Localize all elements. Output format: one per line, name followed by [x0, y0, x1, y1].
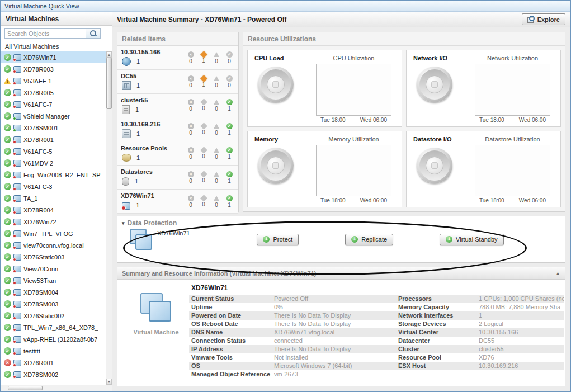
power-state-dot: [13, 140, 16, 144]
vm-list-item[interactable]: TA_1: [1, 192, 106, 204]
window-titlebar: Virtual Machine Quick View: [1, 1, 570, 12]
alarm-summary: ×0 0 0 ✓1: [185, 123, 235, 136]
vm-list-item[interactable]: XD78SM002: [1, 369, 106, 380]
summary-row: Uptime 0% Memory Capacity 788.0 MB: 7,88…: [189, 303, 564, 311]
vm-name: XD76Win72: [23, 219, 56, 225]
explore-button[interactable]: Explore: [522, 13, 565, 25]
ok-status-icon: [4, 277, 11, 284]
related-item-row[interactable]: DC55 1 ×0 1 0 ✓0: [117, 70, 238, 94]
related-item-row[interactable]: Datastores 1 ×0 0 0 ✓1: [117, 166, 238, 190]
gauge-dial[interactable]: [417, 67, 452, 102]
power-state-dot: [13, 164, 16, 167]
gauge-center-icon: [432, 82, 438, 88]
warning-count: 0: [215, 58, 218, 64]
vm-icon: [13, 172, 21, 178]
magnifier-icon: [89, 30, 97, 37]
vm-list-item[interactable]: V61AFC-7: [1, 98, 106, 110]
critical-alarm-icon: [200, 147, 207, 154]
vm-list-item[interactable]: XD76Static002: [1, 310, 106, 322]
vm-icon-column: Virtual Machine: [123, 283, 189, 386]
related-item-name: DC55: [121, 73, 185, 79]
vm-list-item[interactable]: XD76Static003: [1, 251, 106, 263]
replicate-button[interactable]: + Replicate: [345, 234, 393, 245]
vm-icon: [13, 207, 21, 214]
scrollbar-track[interactable]: [106, 58, 112, 379]
fatal-alarm-icon: ×: [188, 171, 194, 177]
vm-icon: [13, 54, 21, 61]
data-protection-header[interactable]: ▾ Data Protection: [122, 219, 560, 227]
vertical-scrollbar[interactable]: ▲ ▼: [106, 51, 112, 385]
field-label: Storage Devices: [396, 320, 479, 328]
vm-name: XD78R005: [23, 89, 54, 96]
chart-plot-area: [316, 145, 391, 197]
related-item-row[interactable]: Resource Pools 1 ×0 0 0 ✓1: [117, 141, 238, 166]
vm-list-item[interactable]: XD78R001: [1, 134, 106, 145]
vm-name: XD78R003: [23, 66, 54, 73]
vm-list-item[interactable]: XD76Win71: [1, 51, 106, 63]
vm-list-item[interactable]: Win7_TPL_VFOG: [1, 228, 106, 239]
gauge-dial[interactable]: [258, 67, 294, 102]
collapse-caret-icon: ▾: [122, 220, 125, 226]
vm-list-item[interactable]: V61AFC-3: [1, 181, 106, 192]
vm-list-item[interactable]: XD76R001: [1, 357, 106, 369]
vm-list-item[interactable]: View70Conn: [1, 263, 106, 275]
normal-count: 0: [228, 58, 231, 64]
gauge-dial[interactable]: [258, 148, 294, 183]
vm-icon: [13, 160, 21, 167]
horizontal-scrollbar-thumb[interactable]: [8, 386, 43, 390]
ok-status-icon: [4, 183, 11, 190]
vm-list-item[interactable]: XD76Win72: [1, 216, 106, 228]
related-item-name: Resource Pools: [121, 145, 185, 152]
related-item-row[interactable]: 10.30.169.216 1 ×0 0 0 ✓1: [117, 117, 238, 141]
vm-list-item[interactable]: vShield Manager: [1, 110, 106, 122]
power-state-dot: [13, 328, 16, 332]
related-item-row[interactable]: 10.30.155.166 1 ×0 1 0 ✓0: [117, 46, 238, 70]
vm-list-item[interactable]: TPL_Win7_x86_64_XD78_: [1, 322, 106, 333]
virtual-standby-button[interactable]: + Virtual Standby: [440, 234, 503, 245]
search-input[interactable]: [4, 28, 86, 39]
vm-name: V61AFC-7: [23, 101, 52, 108]
scrollbar-thumb[interactable]: [106, 58, 112, 109]
vm-list-item[interactable]: XD78R003: [1, 63, 106, 75]
related-item-row[interactable]: cluster55 1 ×0 0 0 ✓1: [117, 94, 238, 118]
vm-list-item[interactable]: XD78SM003: [1, 298, 106, 310]
scroll-up-arrow-icon[interactable]: ▲: [106, 51, 112, 58]
critical-count: 0: [202, 105, 205, 111]
collapse-arrow-icon[interactable]: ▲: [555, 271, 560, 276]
critical-alarm-icon: [200, 75, 207, 82]
vm-list-item[interactable]: Fog_Win2008_R2_ENT_SP: [1, 169, 106, 181]
vm-list-item[interactable]: V61AFC-5: [1, 145, 106, 157]
vm-icon: [13, 371, 21, 378]
vm-list-item[interactable]: View53Tran: [1, 275, 106, 286]
vm-list-item[interactable]: testtttt: [1, 345, 106, 357]
vm-list-item[interactable]: view70conn.vfog.local: [1, 239, 106, 251]
vm-list-item[interactable]: XD78R005: [1, 87, 106, 98]
related-item-row[interactable]: XD76Win71 1 ×0 0 0 ✓1: [117, 190, 238, 214]
scroll-down-arrow-icon[interactable]: ▼: [106, 379, 112, 385]
vm-list-item[interactable]: XD78R004: [1, 204, 106, 216]
fatal-count: 0: [189, 178, 192, 184]
vm-name: TA_1: [23, 195, 37, 202]
vm-name: V61MDV-2: [23, 160, 53, 167]
vm-list-item[interactable]: V61MDV-2: [1, 157, 106, 169]
chart-title: Datastore Utilization: [468, 136, 557, 143]
power-state-dot: [13, 211, 16, 214]
power-state-dot: [13, 234, 16, 238]
gauge-label: CPU Load: [254, 55, 309, 62]
warning-count: 0: [215, 154, 218, 160]
vm-list-item[interactable]: V53AFF-1: [1, 75, 106, 87]
x-axis-tick: Wed 06:00: [360, 197, 387, 204]
protect-button[interactable]: + Protect: [257, 234, 299, 245]
summary-panel-header[interactable]: Summary and Resource Information (Virtua…: [117, 267, 565, 280]
horizontal-scrollbar[interactable]: [1, 385, 112, 391]
search-button[interactable]: [86, 28, 101, 39]
cluster-icon: [122, 105, 130, 114]
vm-list-item[interactable]: XD78SM004: [1, 286, 106, 298]
vm-name: XD78R001: [23, 136, 54, 143]
vm-name: view70conn.vfog.local: [23, 242, 84, 249]
vm-icon: [13, 101, 21, 108]
vm-list-item[interactable]: XD78SM001: [1, 122, 106, 134]
vm-icon: [13, 360, 21, 366]
gauge-dial[interactable]: [417, 148, 452, 183]
vm-list-item[interactable]: vApp-RHEL (31202a8f-0b7: [1, 333, 106, 345]
